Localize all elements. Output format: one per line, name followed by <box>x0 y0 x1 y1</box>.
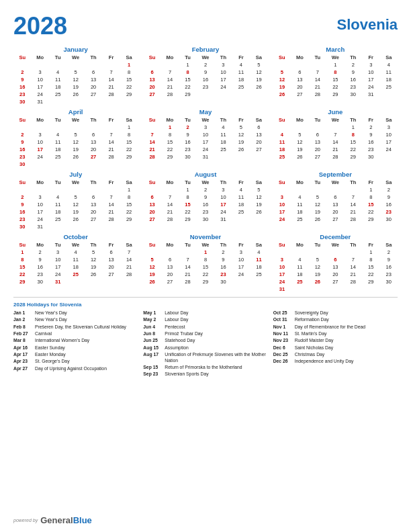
cal-day: 10 <box>214 69 232 76</box>
cal-day <box>309 249 326 256</box>
day-header: Su <box>143 179 161 186</box>
cal-day: 19 <box>66 83 84 91</box>
cal-day: 21 <box>345 208 362 216</box>
cal-day: 24 <box>273 216 291 223</box>
cal-day: 19 <box>273 83 291 91</box>
cal-day: 10 <box>49 256 66 263</box>
cal-day: 28 <box>309 91 326 98</box>
cal-day: 16 <box>379 201 398 208</box>
cal-day: 30 <box>31 278 48 285</box>
cal-day: 11 <box>66 256 84 263</box>
cal-day: 26 <box>143 278 161 285</box>
cal-day: 13 <box>85 201 102 208</box>
cal-day: 8 <box>161 131 179 138</box>
cal-day: 5 <box>291 131 308 138</box>
cal-day: 13 <box>102 256 120 263</box>
cal-day <box>232 153 250 161</box>
cal-day: 20 <box>326 271 344 278</box>
cal-day: 10 <box>379 131 398 138</box>
cal-day: 2 <box>197 186 214 193</box>
cal-day: 24 <box>362 83 379 91</box>
cal-table: SuMoTuWeThFrSa12345678910111213141516171… <box>143 179 267 223</box>
month-block-february: FebruarySuMoTuWeThFrSa123456789101112131… <box>143 46 267 105</box>
cal-day: 11 <box>232 193 250 201</box>
cal-day: 5 <box>309 256 326 263</box>
holiday-name: Independence and Unity Day <box>295 359 354 365</box>
cal-day: 27 <box>85 153 102 161</box>
cal-day: 12 <box>250 193 268 201</box>
cal-day: 22 <box>179 83 196 91</box>
cal-day <box>143 186 161 193</box>
cal-day: 30 <box>13 223 31 230</box>
cal-day: 7 <box>102 131 120 138</box>
holiday-entry: Nov 23Rudolf Maister Day <box>273 338 398 344</box>
day-header: Sa <box>379 116 398 124</box>
cal-day <box>309 124 326 131</box>
cal-day: 1 <box>179 186 196 193</box>
cal-day: 13 <box>326 263 344 271</box>
cal-day: 10 <box>273 201 291 208</box>
cal-day: 5 <box>143 256 161 263</box>
day-header: Fr <box>102 116 120 124</box>
cal-day: 12 <box>232 131 250 138</box>
holiday-name: New Year's Day <box>35 317 67 323</box>
cal-day: 5 <box>250 61 268 69</box>
day-header: Mo <box>291 179 308 186</box>
cal-day: 9 <box>197 69 214 76</box>
holiday-col-3: Oct 25Sovereignty DayOct 31Reformation D… <box>273 310 398 379</box>
cal-day: 1 <box>345 124 362 131</box>
day-header: Su <box>13 179 31 186</box>
day-header: Su <box>143 241 161 249</box>
cal-day: 19 <box>143 271 161 278</box>
cal-day: 19 <box>85 263 102 271</box>
cal-day: 30 <box>379 278 398 285</box>
cal-day: 25 <box>49 91 66 98</box>
cal-day <box>85 124 102 131</box>
cal-day: 9 <box>179 131 196 138</box>
cal-day: 20 <box>85 208 102 216</box>
holiday-entry: Nov 1Day of Remembrance for the Dead <box>273 324 398 330</box>
day-header: Su <box>13 116 31 124</box>
holiday-date: Oct 31 <box>273 317 292 323</box>
cal-day: 31 <box>197 153 214 161</box>
cal-day: 4 <box>49 131 66 138</box>
cal-day: 15 <box>161 138 179 146</box>
cal-day: 11 <box>291 263 308 271</box>
cal-day <box>102 61 120 69</box>
cal-day: 7 <box>161 69 179 76</box>
day-header: Sa <box>120 116 138 124</box>
cal-day: 2 <box>13 131 31 138</box>
cal-day: 5 <box>250 186 268 193</box>
day-header: Fr <box>232 179 250 186</box>
month-title: January <box>13 46 138 53</box>
cal-day <box>66 124 84 131</box>
cal-day: 1 <box>13 249 31 256</box>
cal-day: 3 <box>379 124 398 131</box>
cal-day <box>85 278 102 285</box>
cal-day: 31 <box>214 216 232 223</box>
cal-day: 18 <box>250 263 268 271</box>
cal-day: 31 <box>273 285 291 293</box>
holiday-col-1: Jan 1New Year's DayJan 2New Year's DayFe… <box>13 310 138 379</box>
cal-day: 4 <box>273 131 291 138</box>
holiday-name: Day of Remembrance for the Dead <box>295 324 365 330</box>
day-header: Mo <box>31 241 48 249</box>
cal-day <box>250 216 268 223</box>
holiday-date: Aug 15 <box>143 345 162 351</box>
cal-day: 7 <box>143 131 161 138</box>
day-header: We <box>326 179 344 186</box>
cal-day: 4 <box>250 249 268 256</box>
day-header: Th <box>85 116 102 124</box>
cal-day: 8 <box>326 69 344 76</box>
holiday-name: Primož Trubar Day <box>165 331 203 337</box>
day-header: Th <box>85 241 102 249</box>
cal-day: 20 <box>102 263 120 271</box>
cal-day: 12 <box>250 69 268 76</box>
holiday-entry: Jun 25Statehood Day <box>143 338 267 344</box>
cal-day <box>345 285 362 293</box>
cal-day: 22 <box>120 146 138 153</box>
holiday-name: Saint Nicholas Day <box>295 345 333 351</box>
cal-day: 9 <box>13 201 31 208</box>
cal-day: 23 <box>379 271 398 278</box>
holiday-name: St. George's Day <box>35 359 70 365</box>
